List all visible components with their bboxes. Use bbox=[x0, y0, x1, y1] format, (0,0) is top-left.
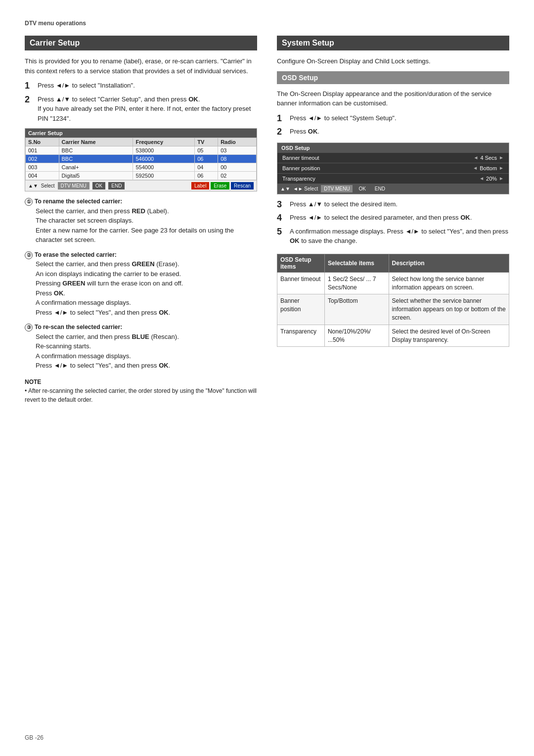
substep-2-text1: Select the carrier, and then press bbox=[36, 260, 130, 268]
substep-2-green2: GREEN bbox=[62, 280, 85, 287]
substep-1-text4: Enter a new name for the carrier. See pa… bbox=[36, 227, 234, 244]
right-step-5-a: A confirmation message displays. Press ◄… bbox=[290, 228, 508, 235]
right-step-4-num: 4 bbox=[277, 213, 286, 224]
osd-row-value: 20% bbox=[486, 176, 497, 182]
substep-3-text3: Re-scanning starts. bbox=[36, 342, 91, 350]
footer-select-label: Select bbox=[41, 183, 55, 189]
page-header: DTV menu operations bbox=[25, 20, 509, 27]
btn-rescan[interactable]: Rescan bbox=[231, 182, 254, 189]
footer-dtv-btn[interactable]: DTV MENU bbox=[58, 182, 89, 189]
desc-col-selectable: Selectable items bbox=[324, 254, 389, 272]
right-step-2-text: Press OK. bbox=[290, 127, 509, 138]
circle-3: ③ bbox=[25, 324, 33, 331]
osd-row-value: 4 Secs bbox=[480, 155, 497, 161]
left-arrow-icon: ◄ bbox=[479, 176, 484, 181]
substep-3: ③To re-scan the selected carrier: Select… bbox=[25, 322, 257, 371]
substep-1-text2: (Label). bbox=[147, 207, 169, 215]
substep-3-text5: Press ◄/► to select "Yes", and then pres… bbox=[36, 362, 157, 369]
col-carrier-name: Carrier Name bbox=[59, 138, 133, 146]
osd-footer-dtv[interactable]: DTV MENU bbox=[321, 185, 353, 192]
desc-table: OSD Setup items Selectable items Descrip… bbox=[277, 254, 509, 347]
carrier-table-wrapper: Carrier Setup S.No Carrier Name Frequenc… bbox=[25, 128, 257, 191]
substep-2-text8: A confirmation message displays. bbox=[36, 299, 131, 306]
osd-row: Transparency◄20%► bbox=[277, 174, 509, 184]
carrier-table-header-row: S.No Carrier Name Frequency TV Radio bbox=[26, 138, 257, 146]
osd-row-label: Banner position bbox=[282, 165, 320, 171]
right-step-1-num: 1 bbox=[277, 113, 286, 124]
osd-row-label: Banner timeout bbox=[282, 155, 319, 161]
osd-row: Banner position◄Bottom► bbox=[277, 163, 509, 174]
right-arrow-icon: ► bbox=[499, 176, 504, 181]
right-arrow-icon: ► bbox=[499, 165, 504, 171]
col-tv: TV bbox=[195, 138, 218, 146]
carrier-intro: This is provided for you to rename (labe… bbox=[25, 56, 257, 76]
left-arrow-icon: ◄ bbox=[473, 165, 478, 171]
right-arrow-icon: ► bbox=[499, 155, 504, 160]
note-box: NOTE • After re-scanning the selected ca… bbox=[25, 378, 257, 404]
circle-2: ② bbox=[25, 251, 33, 259]
desc-row: TransparencyNone/10%/20%/ ...50%Select t… bbox=[277, 325, 509, 347]
right-step-4-text: Press ◄/► to select the desired paramete… bbox=[290, 213, 509, 224]
step-1: 1 Press ◄/► to select "Installation". bbox=[25, 81, 257, 92]
carrier-row: 003Canal+5540000400 bbox=[26, 163, 257, 172]
btn-erase[interactable]: Erase bbox=[211, 182, 229, 189]
right-step-2: 2 Press OK. bbox=[277, 127, 509, 138]
right-step-1-text: Press ◄/► to select "System Setup". bbox=[290, 113, 509, 124]
carrier-table-footer: ▲▼ Select DTV MENU OK END Label Erase Re… bbox=[25, 180, 257, 191]
osd-row-label: Transparency bbox=[282, 176, 315, 182]
step-1-text: Press ◄/► to select "Installation". bbox=[38, 81, 257, 92]
osd-intro: The On-Screen Display appearance and the… bbox=[277, 89, 509, 108]
osd-row-value: Bottom bbox=[480, 165, 497, 171]
desc-row: Banner positionTop/BottomSelect whether … bbox=[277, 294, 509, 325]
btn-label[interactable]: Label bbox=[191, 182, 209, 189]
step-2-num: 2 bbox=[25, 94, 34, 124]
right-column: System Setup Configure On-Screen Display… bbox=[277, 36, 509, 347]
right-step-4: 4 Press ◄/► to select the desired parame… bbox=[277, 213, 509, 224]
right-step-3-num: 3 bbox=[277, 199, 286, 210]
col-frequency: Frequency bbox=[133, 138, 195, 146]
substep-1-red: RED bbox=[132, 207, 145, 215]
right-step-3-text: Press ▲/▼ to select the desired item. bbox=[290, 199, 509, 210]
carrier-setup-title: Carrier Setup bbox=[25, 36, 257, 50]
substep-3-blue: BLUE bbox=[132, 333, 149, 340]
footer-arrows: ▲▼ bbox=[28, 183, 38, 189]
col-sno: S.No bbox=[26, 138, 59, 146]
substep-2-title: To erase the selected carrier: bbox=[35, 251, 117, 258]
osd-screen: OSD Setup Banner timeout◄4 Secs►Banner p… bbox=[277, 142, 509, 194]
right-step-2-num: 2 bbox=[277, 127, 286, 138]
note-title: NOTE bbox=[25, 378, 257, 386]
right-step-5-b: to save the change. bbox=[301, 237, 357, 244]
left-arrow-icon: ◄ bbox=[474, 155, 479, 160]
osd-footer-ok[interactable]: OK bbox=[356, 185, 368, 192]
footer-end-btn[interactable]: END bbox=[108, 182, 125, 189]
desc-row: Banner timeout1 Sec/2 Secs/ ... 7 Secs/N… bbox=[277, 272, 509, 294]
system-intro: Configure On-Screen Display and Child Lo… bbox=[277, 56, 509, 66]
substep-2: ②To erase the selected carrier: Select t… bbox=[25, 250, 257, 318]
osd-row: Banner timeout◄4 Secs► bbox=[277, 153, 509, 163]
substep-3-text1: Select the carrier, and then press bbox=[36, 333, 130, 340]
osd-footer-select: ◄► Select bbox=[293, 186, 318, 191]
right-step-1: 1 Press ◄/► to select "System Setup". bbox=[277, 113, 509, 124]
osd-setup-title: OSD Setup bbox=[277, 71, 509, 84]
substep-2-ok: OK bbox=[54, 289, 64, 297]
osd-footer: ▲▼ ◄► Select DTV MENU OK END bbox=[277, 184, 509, 194]
substep-1-title: To rename the selected carrier: bbox=[35, 198, 122, 205]
step-2-ok: OK bbox=[188, 95, 198, 103]
col-radio: Radio bbox=[218, 138, 257, 146]
substep-3-text4: A confirmation message displays. bbox=[36, 352, 131, 360]
step-2-a: Press ▲/▼ to select "Carrier Setup", and… bbox=[38, 95, 187, 103]
right-step-5-ok: OK bbox=[290, 237, 300, 244]
desc-table-header: OSD Setup items Selectable items Descrip… bbox=[277, 254, 509, 272]
section-label: DTV menu operations bbox=[25, 20, 509, 27]
page-footer: GB -26 bbox=[25, 734, 44, 741]
osd-rows: Banner timeout◄4 Secs►Banner position◄Bo… bbox=[277, 153, 509, 184]
right-step-2-ok: OK bbox=[308, 128, 318, 135]
osd-footer-end[interactable]: END bbox=[372, 185, 388, 192]
substep-2-text6: Press bbox=[36, 289, 52, 297]
substep-3-text2: (Rescan). bbox=[151, 333, 178, 340]
osd-footer-nav: ▲▼ bbox=[280, 186, 290, 191]
substep-1-text1: Select the carrier, and then press bbox=[36, 207, 130, 215]
step-2-b: If you have already set the PIN, enter i… bbox=[38, 105, 251, 122]
substep-1-text3: The character set screen displays. bbox=[36, 217, 134, 224]
footer-ok-btn[interactable]: OK bbox=[92, 182, 105, 189]
